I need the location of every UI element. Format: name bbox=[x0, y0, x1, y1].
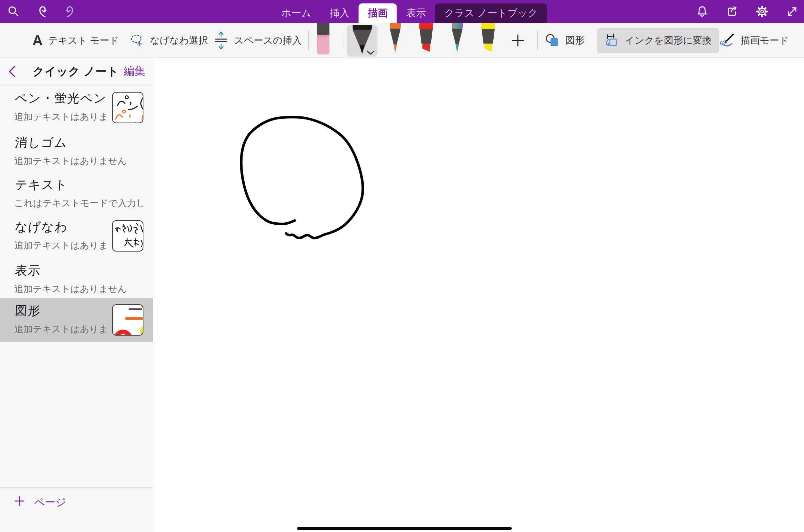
lasso-select-button[interactable]: なげなわ選択 bbox=[129, 23, 208, 58]
insert-space-icon bbox=[214, 32, 229, 49]
tab-insert[interactable]: 挿入 bbox=[321, 3, 359, 23]
page-subtitle: 追加テキストはありません bbox=[14, 155, 143, 167]
ink-to-shape-label: インクを図形に変換 bbox=[625, 34, 712, 47]
page-list: ペン・蛍光ペン 追加テキストはありま… bbox=[0, 85, 153, 342]
page-subtitle: 追加テキストはありま… bbox=[14, 239, 109, 252]
settings-button[interactable] bbox=[755, 4, 769, 19]
thumbnail-ink-strokes bbox=[113, 221, 143, 252]
page-subtitle: これはテキストモードで入力し… bbox=[14, 197, 143, 209]
toolbar-divider bbox=[343, 35, 343, 48]
text-mode-label: テキスト モード bbox=[48, 34, 119, 47]
ink-layer bbox=[154, 58, 804, 532]
share-button[interactable] bbox=[725, 4, 739, 19]
pen-rainbow[interactable] bbox=[449, 23, 465, 58]
thumbnail-ink-strokes bbox=[113, 305, 143, 336]
yellow-highlighter-icon bbox=[480, 23, 496, 58]
page-item-shapes[interactable]: 図形 追加テキストはありま… bbox=[0, 298, 153, 342]
plus-icon bbox=[14, 495, 25, 507]
page-sidebar: クイック ノート 編集 ペン・蛍光ペン 追加テキストはありま… bbox=[0, 58, 153, 532]
draw-toolbar: A テキスト モード なげなわ選択 スペースの挿入 bbox=[0, 23, 804, 58]
notebook-title: クイック ノート bbox=[33, 64, 119, 79]
ribbon-tabs: ホーム 挿入 描画 表示 クラス ノートブック bbox=[272, 3, 547, 23]
page-thumbnail bbox=[112, 304, 143, 336]
chevron-left-icon bbox=[7, 65, 16, 78]
thumbnail-ink-strokes bbox=[113, 93, 143, 123]
page-thumbnail bbox=[112, 92, 143, 123]
add-page-button[interactable]: ページ bbox=[0, 487, 153, 532]
page-subtitle: 追加テキストはありま… bbox=[14, 323, 109, 335]
lasso-label: なげなわ選択 bbox=[150, 34, 208, 47]
page-title: 消しゴム bbox=[14, 134, 144, 151]
page-item-text[interactable]: テキスト これはテキストモードで入力し… bbox=[0, 172, 153, 214]
notifications-button[interactable] bbox=[695, 4, 709, 19]
plus-icon bbox=[511, 34, 525, 47]
page-thumbnail bbox=[112, 220, 143, 252]
page-item-view[interactable]: 表示 追加テキストはありません bbox=[0, 258, 153, 298]
draw-mode-icon bbox=[719, 32, 735, 49]
highlighter-yellow[interactable] bbox=[480, 23, 496, 58]
ink-stroke-circle bbox=[241, 117, 363, 238]
text-mode-button[interactable]: A テキスト モード bbox=[32, 23, 119, 58]
page-title: ペン・蛍光ペン bbox=[14, 90, 110, 107]
page-title: なげなわ bbox=[14, 219, 110, 236]
tab-class-notebook[interactable]: クラス ノートブック bbox=[435, 3, 547, 23]
shapes-button[interactable]: 図形 bbox=[545, 23, 585, 58]
page-subtitle: 追加テキストはありません bbox=[14, 283, 143, 295]
draw-mode-button[interactable]: 描画モード bbox=[719, 23, 789, 58]
page-item-lasso[interactable]: なげなわ 追加テキストはありま… bbox=[0, 214, 153, 258]
insert-space-label: スペースの挿入 bbox=[234, 34, 302, 47]
rainbow-pen-icon bbox=[449, 23, 465, 58]
gear-icon bbox=[755, 5, 769, 18]
search-button[interactable] bbox=[6, 4, 20, 19]
eraser-icon bbox=[316, 23, 330, 57]
orange-pen-icon bbox=[387, 23, 403, 58]
draw-mode-label: 描画モード bbox=[741, 34, 789, 47]
home-indicator[interactable] bbox=[297, 527, 512, 530]
page-item-eraser[interactable]: 消しゴム 追加テキストはありません bbox=[0, 130, 153, 172]
search-icon bbox=[6, 5, 20, 18]
sidebar-back-button[interactable] bbox=[7, 64, 21, 79]
onenote-app: ホーム 挿入 描画 表示 クラス ノートブック bbox=[0, 0, 804, 532]
highlighter-red[interactable] bbox=[418, 23, 434, 58]
eraser-tool[interactable] bbox=[316, 23, 330, 58]
add-pen-button[interactable] bbox=[511, 23, 525, 58]
red-highlighter-icon bbox=[418, 23, 434, 58]
insert-space-button[interactable]: スペースの挿入 bbox=[214, 23, 302, 58]
page-title: テキスト bbox=[14, 177, 144, 193]
page-title: 表示 bbox=[14, 262, 144, 279]
chevron-down-icon bbox=[366, 50, 375, 55]
tab-draw[interactable]: 描画 bbox=[359, 3, 397, 23]
page-subtitle: 追加テキストはありま… bbox=[14, 111, 109, 123]
share-icon bbox=[725, 5, 739, 18]
redo-icon bbox=[63, 4, 78, 19]
text-mode-icon: A bbox=[32, 32, 43, 49]
fullscreen-button[interactable] bbox=[785, 4, 799, 19]
add-page-label: ページ bbox=[34, 495, 66, 510]
top-bar: ホーム 挿入 描画 表示 クラス ノートブック bbox=[0, 0, 804, 23]
page-title: 図形 bbox=[14, 303, 110, 319]
ink-to-shape-icon bbox=[604, 33, 619, 48]
topbar-right-group bbox=[695, 0, 799, 23]
redo-button[interactable] bbox=[63, 4, 78, 19]
ink-to-shape-button[interactable]: インクを図形に変換 bbox=[597, 28, 719, 53]
tab-home[interactable]: ホーム bbox=[272, 3, 321, 23]
undo-icon bbox=[34, 4, 49, 19]
page-item-pen-highlighter[interactable]: ペン・蛍光ペン 追加テキストはありま… bbox=[0, 85, 153, 130]
undo-button[interactable] bbox=[35, 4, 49, 19]
toolbar-divider bbox=[308, 31, 309, 50]
drawing-canvas[interactable] bbox=[154, 58, 804, 532]
shapes-icon bbox=[545, 33, 560, 48]
expand-icon bbox=[785, 5, 799, 18]
topbar-left-group bbox=[6, 0, 78, 23]
pen-black-selected[interactable] bbox=[347, 25, 377, 57]
edit-button[interactable]: 編集 bbox=[124, 64, 145, 79]
sidebar-header: クイック ノート 編集 bbox=[0, 58, 153, 85]
toolbar-divider bbox=[537, 31, 538, 50]
tab-view[interactable]: 表示 bbox=[397, 3, 435, 23]
pen-orange[interactable] bbox=[387, 23, 403, 58]
shapes-label: 図形 bbox=[566, 34, 585, 47]
lasso-icon bbox=[129, 33, 144, 48]
bell-icon bbox=[695, 5, 709, 18]
